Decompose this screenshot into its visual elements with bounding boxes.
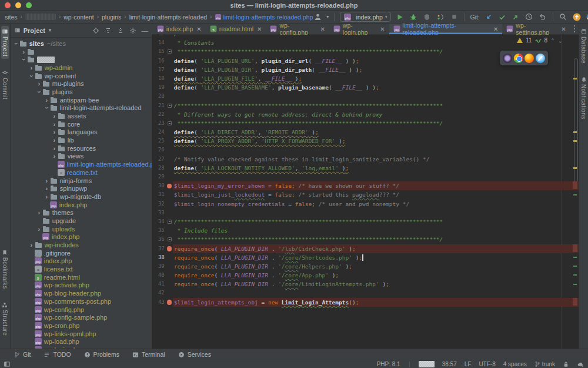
tree-item-wp-activate.php[interactable]: wp-activate.php [11,281,152,290]
tree-item-wp-config-sample.php[interactable]: wp-config-sample.php [11,313,152,321]
user-account-icon[interactable] [313,12,322,22]
code-line-17[interactable]: 17define( 'LLA_PLUGIN_DIR', plugin_dir_p… [152,65,579,74]
git-branch-widget[interactable]: trunk [534,361,555,367]
tree-item-lib[interactable]: ›lib [11,136,152,144]
code-line-25[interactable]: 25define( 'LLA_PROXY_ADDR', 'HTTP_X_FORW… [152,137,579,145]
tree-item-spinupwp[interactable]: ›spinupwp [11,184,152,193]
close-tab-icon[interactable]: ✕ [320,26,325,32]
chrome-browser-icon[interactable] [514,54,523,63]
expand-arrow[interactable]: › [51,137,58,144]
tree-item-views[interactable]: ›views [11,152,152,161]
expand-arrow[interactable]: › [36,209,42,216]
tool-window-bookmarks[interactable]: Bookmarks [1,247,9,291]
expand-arrow[interactable]: › [51,112,58,120]
locate-file-icon[interactable] [92,27,99,34]
breakpoint-icon[interactable] [167,184,172,189]
search-everywhere-icon[interactable] [559,12,568,22]
code-line-36[interactable]: 36 *************************************… [152,235,579,244]
tree-item-plugins[interactable]: ›plugins [11,88,152,96]
code-line-24[interactable]: 24define( 'LLA_DIRECT_ADDR', 'REMOTE_ADD… [152,128,579,137]
tree-item-wp-migrate-db[interactable]: ›wp-migrate-db [11,193,152,201]
breakpoint-icon[interactable] [167,300,172,305]
code-line-14[interactable]: 14 * Constants [152,38,579,47]
scrollbar-thumb[interactable] [574,58,578,182]
tool-window-button-todo[interactable]: TODO [44,351,71,358]
code-line-33[interactable]: 33 [152,208,579,217]
tree-item-wp-load.php[interactable]: wp-load.php [11,337,152,346]
run-button[interactable] [395,12,405,22]
breadcrumb-item[interactable]: wp-content [64,14,93,21]
tool-window-database[interactable]: Database [580,26,587,66]
tree-item-limit-login-attempts-reloaded[interactable]: ›limit-login-attempts-reloaded [11,104,152,112]
tree-item-wp-content[interactable]: ›wp-content [11,72,152,80]
tree-item-index.php[interactable]: index.php [11,257,152,266]
tree-item-wp-comments-post.php[interactable]: wp-comments-post.php [11,297,152,306]
tool-window-button-terminal[interactable]: Terminal [132,351,165,358]
run-configuration-combo[interactable]: index.php ▾ [340,12,391,22]
git-commit-button[interactable] [497,12,507,22]
editor-tab-index.php[interactable]: index.php✕ [153,24,206,34]
php-version[interactable]: PHP: 8.1 [377,361,400,367]
close-tab-icon[interactable]: ✕ [493,26,498,32]
expand-arrow[interactable]: › [28,72,35,79]
fold-marker-icon[interactable] [168,104,172,108]
expand-arrow[interactable]: › [51,121,58,128]
code-line-34[interactable]: 34/*************************************… [152,217,579,226]
tree-item-.gitignore[interactable]: .gitignore [11,249,152,257]
expand-arrow[interactable]: › [51,128,58,135]
tool-window-project[interactable]: Project [1,26,9,59]
debug-button[interactable] [409,12,418,22]
tree-item-redacted[interactable]: › [11,55,152,64]
code-line-40[interactable]: 40require_once( LLA_PLUGIN_DIR . '/core/… [152,271,579,280]
expand-arrow[interactable]: › [44,177,50,184]
breadcrumb-item[interactable]: limit-login-attempts-reloaded [129,14,207,21]
code-line-39[interactable]: 39require_once( LLA_PLUGIN_DIR . '/core/… [152,262,579,271]
tree-item-index.php[interactable]: index.php [11,201,152,209]
editor-tab-limit-login-attempts-reloaded.php[interactable]: limit-login-attempts-reloaded.php✕ [389,24,503,34]
profiler-button[interactable] [436,12,445,22]
code-line-43[interactable]: 43$limit_login_attempts_obj = new Limit_… [152,298,579,307]
expand-arrow[interactable]: › [51,145,58,152]
git-update-button[interactable] [484,12,493,22]
safari-browser-icon[interactable] [536,54,545,63]
code-line-37[interactable]: 37require_once( LLA_PLUGIN_DIR . '/lib/C… [152,244,579,253]
code-line-42[interactable]: 42 [152,289,579,297]
editor-tab-wp-config.php[interactable]: wp-config.php✕ [266,24,329,34]
code-line-35[interactable]: 35 * Include files [152,226,579,235]
expand-arrow[interactable]: › [51,152,58,160]
chevron-down-icon[interactable]: ▼ [48,28,52,33]
tree-item-mu-plugins[interactable]: ›mu-plugins [11,79,152,88]
ide-settings-icon[interactable] [586,12,588,22]
fold-marker-icon[interactable] [168,237,172,241]
code-line-38[interactable]: 38require_once( LLA_PLUGIN_DIR . '/core/… [152,253,579,262]
fold-marker-icon[interactable] [168,121,172,125]
code-line-18[interactable]: 18define( 'LLA_PLUGIN_FILE', __FILE__ ); [152,74,579,83]
code-line-29[interactable]: 29 [152,173,579,181]
file-encoding[interactable]: UTF-8 [479,361,495,367]
previous-problem-icon[interactable]: ⌃ [550,38,555,44]
tor-browser-icon[interactable] [503,54,512,63]
tree-item-resources[interactable]: ›resources [11,144,152,152]
tree-item-readme.txt[interactable]: readme.txt [11,168,152,177]
lock-icon[interactable] [563,361,569,367]
tool-window-structure[interactable]: Structure [1,300,9,338]
tree-item-upgrade[interactable]: upgrade [11,217,152,225]
breakpoint-icon[interactable] [167,246,172,251]
fold-marker-icon[interactable] [168,220,172,224]
coverage-button[interactable] [422,12,432,22]
code-line-32[interactable]: 32$limit_login_nonempty_credentials = fa… [152,200,579,208]
editor-tab-wp-settings.php[interactable]: wp-settings.php✕ [502,24,570,34]
tree-item-wp-cron.php[interactable]: wp-cron.php [11,321,152,330]
code-line-30[interactable]: 30$limit_login_my_error_shown = false; /… [152,181,579,190]
code-line-31[interactable]: 31$limit_login_just_lockedout = false; /… [152,190,579,199]
tree-item-license.txt[interactable]: license.txt [11,265,152,273]
code-line-19[interactable]: 19define( 'LLA_PLUGIN_BASENAME', plugin_… [152,83,579,92]
breadcrumb-item[interactable]: plugins [102,14,121,21]
tree-item-limit-login-attempts-reloaded.php[interactable]: limit-login-attempts-reloaded.php [11,160,152,168]
tree-item-wp-includes[interactable]: ›wp-includes [11,241,152,249]
caret-position[interactable]: 38:57 [442,361,457,367]
tool-window-button-services[interactable]: Services [178,351,211,358]
tree-item-antispam-bee[interactable]: ›antispam-bee [11,96,152,104]
tree-item-wp-blog-header.php[interactable]: wp-blog-header.php [11,289,152,297]
tool-window-button-git[interactable]: Git [14,351,31,358]
